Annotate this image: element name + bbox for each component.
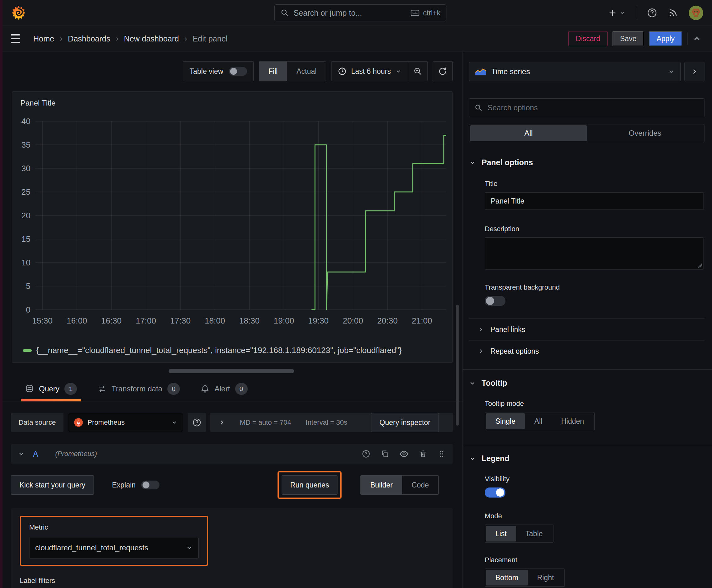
delete-query-icon[interactable] [419, 449, 428, 458]
discard-button[interactable]: Discard [568, 31, 607, 46]
panel-title-input[interactable] [485, 192, 704, 210]
tooltip-mode-hidden[interactable]: Hidden [552, 413, 594, 429]
chart-legend[interactable]: {__name__="cloudflared_tunnel_total_requ… [15, 345, 449, 355]
legend-visibility-switch[interactable] [485, 487, 505, 498]
panel-options-header[interactable]: Panel options [469, 158, 705, 167]
toggle-visibility-icon[interactable] [399, 449, 409, 459]
main-scrollbar-thumb[interactable] [456, 305, 459, 426]
svg-text:16:30: 16:30 [101, 316, 122, 326]
chevron-up-icon[interactable] [693, 34, 701, 43]
description-textarea[interactable] [485, 237, 704, 270]
repeat-options-section[interactable]: Repeat options [469, 340, 705, 362]
add-new-button[interactable] [608, 8, 625, 17]
tab-query-label: Query [39, 384, 59, 393]
transparent-background-label: Transparent background [485, 283, 705, 292]
resize-handle-icon[interactable] [697, 262, 702, 268]
tab-transform-label: Transform data [111, 384, 162, 393]
breadcrumb-new-dashboard[interactable]: New dashboard [124, 34, 179, 43]
tooltip-mode-all[interactable]: All [525, 413, 552, 429]
help-icon[interactable] [647, 7, 657, 18]
chevron-down-icon [668, 68, 675, 75]
plus-icon [608, 8, 617, 17]
tab-transform-data[interactable]: Transform data 0 [98, 383, 180, 401]
run-queries-button[interactable]: Run queries [282, 475, 338, 495]
svg-text:18:00: 18:00 [205, 316, 225, 326]
datasource-label: Data source [11, 413, 63, 432]
legend-series-label[interactable]: {__name__="cloudflared_tunnel_total_requ… [36, 345, 402, 355]
legend-placement-bottom[interactable]: Bottom [486, 570, 528, 586]
max-datapoints-text: MD = auto = 704 [240, 418, 291, 426]
drag-handle-icon[interactable] [438, 450, 446, 458]
svg-text:16:00: 16:00 [67, 316, 87, 326]
code-option[interactable]: Code [402, 476, 438, 495]
kick-start-button[interactable]: Kick start your query [11, 475, 94, 495]
breadcrumb-dashboards[interactable]: Dashboards [68, 34, 110, 43]
chart-panel[interactable]: Panel Title 051015202530354015:3016:0016… [12, 91, 453, 363]
query-row-header[interactable]: A (Prometheus) [11, 444, 453, 464]
transparent-background-switch[interactable] [485, 296, 505, 306]
tooltip-header[interactable]: Tooltip [469, 378, 705, 387]
grafana-edit-panel: Search or jump to... ctrl+k Home › Dash [0, 0, 712, 588]
legend-placement-right[interactable]: Right [528, 570, 563, 586]
query-editor: Metric cloudflared_tunnel_total_requests… [11, 508, 453, 588]
tooltip-mode-single[interactable]: Single [486, 413, 525, 429]
tooltip-mode-group: Single All Hidden [485, 412, 595, 430]
menu-toggle-icon[interactable] [11, 34, 20, 43]
explain-switch[interactable] [141, 481, 159, 489]
query-help-icon[interactable] [362, 449, 370, 458]
table-view-toggle[interactable]: Table view [183, 61, 254, 81]
breadcrumb-home[interactable]: Home [33, 34, 54, 43]
breadcrumb-edit-panel: Edit panel [193, 34, 228, 43]
tab-all[interactable]: All [470, 125, 587, 141]
zoom-out-icon [413, 67, 422, 76]
chevron-down-icon[interactable] [18, 450, 25, 457]
table-view-switch[interactable] [229, 67, 247, 76]
svg-text:5: 5 [26, 281, 30, 291]
panel-links-section[interactable]: Panel links [469, 319, 705, 340]
tab-alert-label: Alert [214, 384, 230, 393]
actual-option[interactable]: Actual [287, 62, 326, 81]
collapse-options-button[interactable] [684, 62, 705, 81]
query-inspector-button[interactable]: Query inspector [371, 413, 439, 432]
tab-overrides[interactable]: Overrides [587, 125, 703, 141]
svg-text:21:00: 21:00 [412, 316, 432, 326]
time-range-button[interactable]: Last 6 hours [331, 62, 408, 81]
refresh-button[interactable] [433, 61, 453, 81]
label-filters-label: Label filters [20, 577, 444, 585]
time-series-chart[interactable]: 051015202530354015:3016:0016:3017:0017:3… [15, 109, 450, 345]
builder-option[interactable]: Builder [361, 476, 402, 495]
zoom-out-button[interactable] [408, 62, 427, 81]
time-range-picker: Last 6 hours [331, 61, 428, 81]
fill-option[interactable]: Fill [259, 62, 287, 81]
chevron-right-icon [691, 68, 698, 76]
pane-resize-handle[interactable] [169, 369, 294, 373]
search-options-input[interactable] [487, 103, 699, 112]
news-rss-icon[interactable] [668, 8, 678, 18]
datasource-value: Prometheus [88, 418, 125, 426]
svg-text:19:30: 19:30 [308, 316, 329, 326]
table-view-label: Table view [190, 67, 223, 76]
duplicate-query-icon[interactable] [381, 449, 389, 458]
search-shortcut: ctrl+k [423, 9, 440, 17]
user-avatar[interactable] [689, 6, 703, 20]
search-options-field[interactable] [469, 98, 705, 117]
datasource-help-button[interactable] [188, 413, 206, 432]
legend-placement-group: Bottom Right [485, 569, 565, 587]
tab-query[interactable]: Query 1 [25, 383, 77, 401]
visualization-select[interactable]: Time series [469, 62, 681, 81]
apply-button[interactable]: Apply [649, 31, 682, 46]
global-search-input[interactable]: Search or jump to... ctrl+k [274, 4, 447, 21]
tab-alert[interactable]: Alert 0 [201, 383, 247, 401]
legend-mode-group: List Table [485, 525, 554, 543]
svg-text:17:00: 17:00 [136, 316, 156, 326]
save-button[interactable]: Save [612, 31, 644, 46]
svg-text:15: 15 [21, 234, 30, 244]
grafana-logo-icon[interactable] [11, 5, 26, 21]
legend-mode-table[interactable]: Table [516, 526, 552, 542]
datasource-select[interactable]: Prometheus [68, 413, 184, 432]
refresh-icon [438, 67, 447, 76]
metric-select[interactable]: cloudflared_tunnel_total_requests [29, 537, 199, 559]
legend-mode-list[interactable]: List [486, 526, 516, 542]
query-ref-id[interactable]: A [33, 449, 38, 459]
legend-header[interactable]: Legend [469, 454, 705, 463]
